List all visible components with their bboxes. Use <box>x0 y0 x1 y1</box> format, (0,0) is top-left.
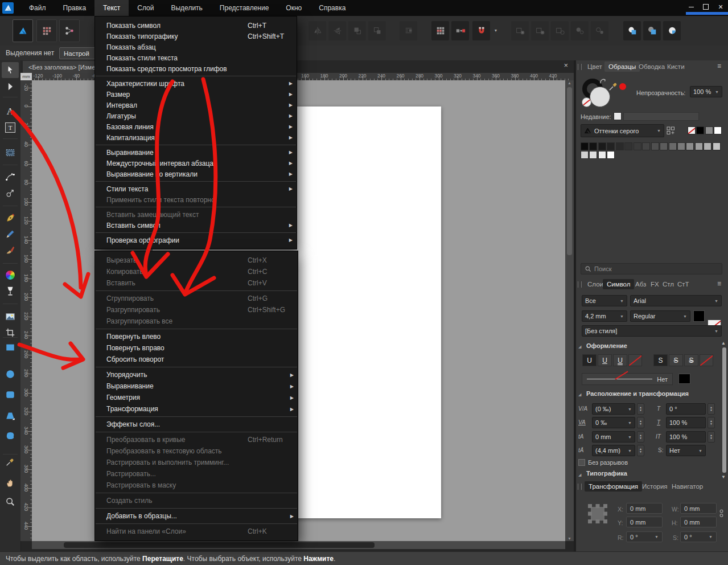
tracking-stepper[interactable]: ▲▼ <box>637 417 644 428</box>
panel-grip[interactable] <box>578 484 582 490</box>
w-field[interactable]: 0 mm <box>680 503 717 514</box>
underline-none-button[interactable]: U <box>582 354 597 366</box>
artistic-text-tool[interactable]: A <box>2 104 19 120</box>
designer-persona-button[interactable] <box>13 19 33 42</box>
transparency-tool[interactable] <box>2 283 19 299</box>
menu-item[interactable]: Выравнивание▶ <box>95 147 297 158</box>
menu-item[interactable]: КопироватьCtrl+C <box>95 266 298 277</box>
font-weight-dropdown[interactable]: Regular▼ <box>630 310 690 322</box>
menu-item[interactable]: Трансформация▶ <box>95 403 298 415</box>
tab-swatches[interactable]: Образцы <box>604 62 640 72</box>
swatch[interactable] <box>669 142 677 150</box>
pixel-persona-button[interactable] <box>36 19 57 42</box>
menubar-item-2[interactable]: Правка <box>55 0 95 16</box>
tab-text-styles[interactable]: Стл <box>663 281 674 288</box>
menu-item[interactable]: Сбросить поворот <box>95 354 298 365</box>
swatch[interactable] <box>677 142 685 150</box>
horizontal-scrollbar[interactable] <box>32 541 565 549</box>
boolean-subtract-button[interactable] <box>643 21 661 40</box>
tab-transform[interactable]: Трансформация <box>585 481 642 492</box>
font-family-dropdown[interactable]: Arial▼ <box>630 295 722 306</box>
tab-stroke[interactable]: Обводка <box>639 63 665 70</box>
recent-swatch[interactable] <box>614 112 622 120</box>
menu-item[interactable]: Показать типографикуCtrl+Shift+T <box>95 31 297 42</box>
no-breaks-checkbox[interactable] <box>578 459 585 466</box>
panel-menu-icon[interactable]: ≡ <box>717 280 721 288</box>
panel-grip[interactable] <box>578 281 582 288</box>
panel-scroll-up-icon[interactable]: ▲ <box>721 341 726 346</box>
menu-item[interactable]: Выравнивание▶ <box>95 380 298 392</box>
swatch[interactable] <box>695 142 703 150</box>
swatch[interactable] <box>581 151 589 159</box>
vertical-scrollbar-thumb[interactable] <box>567 87 572 255</box>
opacity-dropdown[interactable]: 100 %▼ <box>690 86 722 97</box>
quick-swatch[interactable] <box>696 126 704 134</box>
node-tool[interactable] <box>2 79 19 95</box>
swatch[interactable] <box>598 151 606 159</box>
horizontal-scrollbar-thumb[interactable] <box>64 542 375 548</box>
menu-item[interactable]: Размер▶ <box>95 89 297 100</box>
section-collapse-icon[interactable]: ◢ <box>578 345 581 349</box>
vertical-scale-stepper[interactable]: ▲▼ <box>708 417 715 428</box>
swatch[interactable] <box>651 142 659 150</box>
underline-color-swatch[interactable] <box>628 354 642 366</box>
menu-item[interactable]: Показать абзац <box>95 42 297 52</box>
text-wrap-button[interactable] <box>400 21 417 40</box>
snapping-button[interactable] <box>472 21 490 40</box>
menu-item[interactable]: Проверка орфографии▶ <box>95 235 297 245</box>
menu-item[interactable]: Преобразовать в кривыеCtrl+Return <box>95 434 298 445</box>
leading-stepper[interactable]: ▲▼ <box>637 445 644 456</box>
horizontal-scale-stepper[interactable]: ▲▼ <box>708 431 715 443</box>
underline-double-button[interactable]: U <box>613 354 627 366</box>
menu-item[interactable]: Растрировать в маску <box>95 480 298 491</box>
tab-history[interactable]: История <box>642 483 668 490</box>
search-input[interactable]: Поиск <box>581 263 722 275</box>
panel-menu-icon[interactable]: ≡ <box>717 62 721 70</box>
flip-vertical-button[interactable] <box>328 21 346 40</box>
menu-item[interactable]: ВырезатьCtrl+X <box>95 255 298 266</box>
text-style-dropdown[interactable]: [Без стиля]▼ <box>582 325 722 337</box>
swatch[interactable] <box>704 142 711 150</box>
blob-tool[interactable] <box>2 428 19 444</box>
menu-item[interactable]: Повернуть вправо <box>95 342 298 354</box>
section-collapse-icon[interactable]: ◢ <box>578 473 581 477</box>
panel-grip[interactable] <box>578 64 582 70</box>
menu-item[interactable]: Найти на панели «Слои»Ctrl+K <box>95 526 298 537</box>
rectangle-tool[interactable] <box>2 339 19 355</box>
kerning-dropdown[interactable]: (0 ‰)▼ <box>592 403 635 415</box>
place-image-tool[interactable] <box>2 309 19 325</box>
frame-tool[interactable] <box>2 145 19 161</box>
menu-item[interactable]: Интервал▶ <box>95 100 297 110</box>
pen-tool[interactable] <box>2 210 19 226</box>
shear-field[interactable]: 0 ° <box>666 403 706 415</box>
menubar-item-4[interactable]: Слой <box>129 0 162 16</box>
swatch[interactable] <box>686 142 694 150</box>
menu-item[interactable]: Повернуть влево <box>95 331 298 342</box>
swatch[interactable] <box>642 142 650 150</box>
x-field[interactable]: 0 mm <box>626 503 663 514</box>
swap-colors-icon[interactable] <box>599 78 607 85</box>
export-persona-button[interactable] <box>59 19 80 42</box>
menu-item[interactable]: Добавить в образцы...▶ <box>95 510 298 522</box>
menu-item[interactable]: Растрировать и выполнить тримминг... <box>95 457 298 468</box>
menubar-item-3[interactable]: Текст <box>94 0 129 16</box>
boolean-divide-button[interactable] <box>663 21 681 40</box>
menu-item[interactable]: Разгруппировать все <box>95 316 298 327</box>
no-color-well[interactable] <box>582 97 591 107</box>
pencil-tool[interactable] <box>2 226 19 242</box>
section-collapse-icon[interactable]: ◢ <box>578 392 581 397</box>
menu-item[interactable]: Стили текста▶ <box>95 183 297 194</box>
tab-brushes[interactable]: Кисти <box>667 63 685 70</box>
quick-swatch[interactable] <box>705 126 713 134</box>
insert-behind-button[interactable] <box>531 21 549 40</box>
color-picker-icon[interactable] <box>608 81 619 92</box>
color-picker-tool[interactable] <box>2 454 19 470</box>
flip-horizontal-button[interactable] <box>309 21 326 40</box>
rotation-dropdown[interactable]: 0 °▼ <box>626 531 663 542</box>
fill-tool[interactable] <box>2 267 19 283</box>
menubar-item-8[interactable]: Справка <box>310 0 354 16</box>
anchor-selector[interactable] <box>586 502 609 525</box>
underline-single-button[interactable]: U <box>598 354 612 366</box>
order-front-button[interactable] <box>348 21 366 40</box>
tab-style-transfer[interactable]: СтТ <box>677 281 689 288</box>
